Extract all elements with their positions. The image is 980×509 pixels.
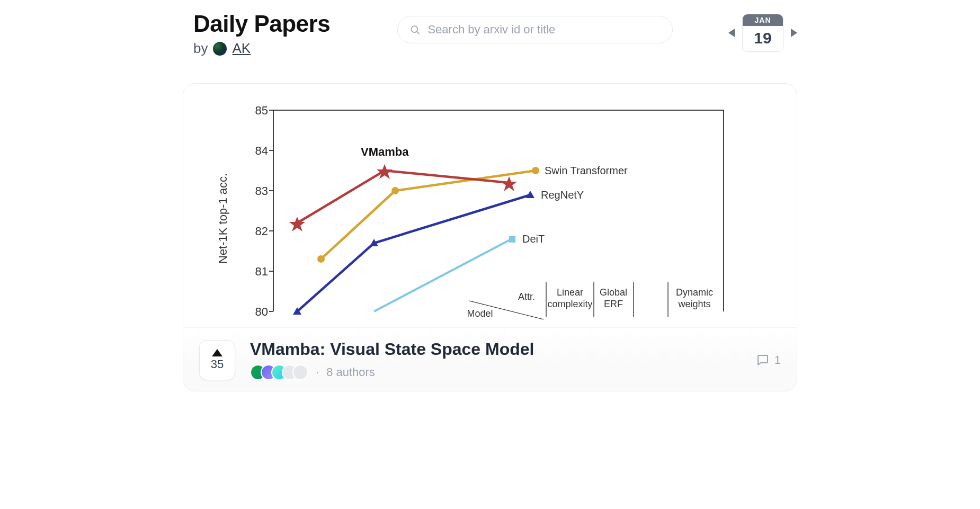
- upvote-icon: [212, 349, 222, 356]
- legend-regnety: RegNetY: [541, 189, 584, 201]
- date-nav: JAN 19: [728, 11, 797, 52]
- search-input[interactable]: [427, 23, 661, 37]
- comments-button[interactable]: 1: [756, 353, 781, 367]
- search-container: [397, 16, 673, 43]
- byline: by AK: [193, 40, 342, 57]
- svg-point-16: [391, 187, 399, 194]
- date-month: JAN: [743, 14, 783, 26]
- next-day-button[interactable]: [791, 29, 797, 37]
- ytick: 83: [255, 184, 268, 198]
- author-link[interactable]: AK: [232, 40, 251, 57]
- legend-deit: DeiT: [522, 233, 545, 245]
- th-complexity: complexity: [547, 299, 592, 309]
- date-day: 19: [743, 26, 783, 51]
- svg-marker-20: [501, 176, 517, 191]
- th-attr: Attr.: [518, 291, 535, 302]
- chart: Net-1K top-1 acc. 85 84 83 82 81 80: [215, 89, 734, 327]
- ytick: 80: [255, 305, 268, 318]
- dot-separator: ·: [316, 365, 319, 379]
- comment-icon: [756, 354, 769, 367]
- th-global: Global: [600, 287, 627, 298]
- ytick: 81: [255, 265, 268, 278]
- authors-count[interactable]: 8 authors: [326, 365, 375, 379]
- paper-footer: 35 VMamba: Visual State Space Model · 8 …: [183, 327, 797, 391]
- series-regnety: RegNetY: [293, 189, 584, 315]
- ytick: 84: [255, 144, 268, 157]
- authors-row: · 8 authors: [250, 364, 742, 380]
- avatar-stack: [250, 364, 308, 380]
- legend-vmamba: VMamba: [361, 145, 409, 158]
- prev-day-button[interactable]: [728, 29, 735, 37]
- ytick: 82: [255, 225, 268, 238]
- author-avatar-icon: [292, 364, 308, 380]
- svg-point-17: [532, 167, 539, 174]
- upvote-count: 35: [211, 358, 224, 371]
- svg-point-15: [317, 255, 325, 263]
- th-model: Model: [467, 308, 493, 319]
- page-title: Daily Papers: [193, 11, 342, 37]
- svg-rect-11: [509, 236, 515, 243]
- paper-figure: Net-1K top-1 acc. 85 84 83 82 81 80: [183, 84, 797, 327]
- comment-count: 1: [774, 353, 781, 367]
- svg-line-1: [417, 32, 419, 34]
- search-icon: [409, 24, 420, 35]
- series-vmamba: VMamba: [289, 145, 517, 231]
- upvote-button[interactable]: 35: [199, 340, 235, 380]
- svg-marker-14: [526, 191, 534, 198]
- by-label: by: [193, 40, 208, 57]
- avatar-icon: [213, 42, 227, 56]
- ylabel: Net-1K top-1 acc.: [216, 173, 229, 264]
- paper-title[interactable]: VMamba: Visual State Space Model: [250, 340, 742, 359]
- th-linear: Linear: [557, 287, 583, 298]
- legend-swin: Swin Transformer: [545, 165, 628, 176]
- ytick: 85: [255, 104, 268, 117]
- date-card[interactable]: JAN 19: [742, 14, 783, 52]
- paper-card[interactable]: Net-1K top-1 acc. 85 84 83 82 81 80: [183, 83, 797, 391]
- th-weights: weights: [678, 299, 710, 309]
- th-erf: ERF: [604, 299, 623, 309]
- th-dynamic: Dynamic: [676, 287, 713, 298]
